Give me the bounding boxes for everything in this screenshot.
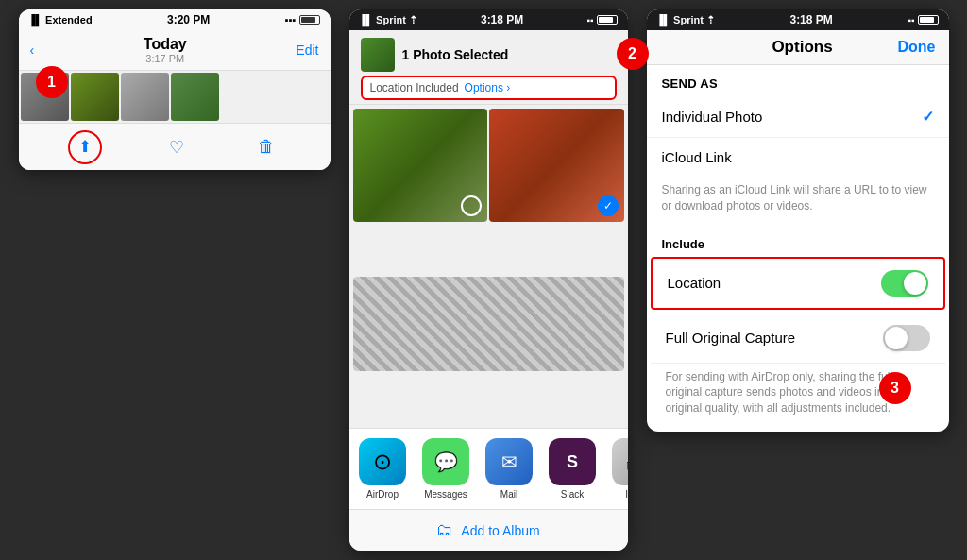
status-left-2: ▐▌ Sprint ⇡ xyxy=(359,14,417,26)
annotation-badge-3: 3 xyxy=(879,372,911,404)
back-button-1[interactable]: ‹ xyxy=(30,42,35,58)
checkmark-individual: ✓ xyxy=(922,108,934,126)
individual-photo-option[interactable]: Individual Photo ✓ xyxy=(647,96,949,138)
icloud-link-text: iCloud Link xyxy=(662,149,732,165)
individual-photo-text: Individual Photo xyxy=(662,109,763,125)
share-app-slack[interactable]: S Slack xyxy=(547,438,599,500)
grid-photo-2[interactable]: ✓ xyxy=(489,109,624,222)
network-label-1: Extended xyxy=(45,14,93,25)
battery-3: ▪▪ xyxy=(908,15,939,25)
more-icon: 📷 xyxy=(612,438,628,485)
signal-icon: ▐▌ xyxy=(28,14,43,25)
location-toggle-label: Location xyxy=(668,275,721,291)
location-included-label: Location Included xyxy=(370,81,459,94)
network-label-3: Sprint xyxy=(673,14,704,25)
share-app-messages[interactable]: 💬 Messages xyxy=(420,438,472,500)
nav-title-1: Today xyxy=(144,36,187,53)
airdrop-icon: ⊙ xyxy=(359,438,406,485)
share-thumbnail xyxy=(361,38,395,72)
add-icon: 🗂 xyxy=(436,520,453,540)
full-original-row[interactable]: Full Original Capture xyxy=(651,314,945,364)
location-toggle-switch[interactable] xyxy=(881,270,928,297)
grid-photo-3[interactable] xyxy=(353,277,624,371)
battery-1: ▪▪▪ xyxy=(285,14,321,25)
time-2: 3:18 PM xyxy=(481,13,523,26)
time-3: 3:18 PM xyxy=(789,13,832,26)
share-app-mail[interactable]: ✉ Mail xyxy=(484,438,535,500)
battery-2: ▪▪ xyxy=(586,15,618,25)
check-circle-2: ✓ xyxy=(598,195,619,216)
icloud-link-option[interactable]: iCloud Link xyxy=(647,138,949,177)
mail-label: Mail xyxy=(500,489,517,500)
wifi-icon-2: ⇡ xyxy=(409,14,417,26)
toggle-knob-off xyxy=(885,327,908,349)
mail-icon: ✉ xyxy=(485,438,533,485)
send-as-label: Send As xyxy=(647,65,949,96)
thumb-2[interactable] xyxy=(71,73,119,121)
wifi-icon-3: ⇡ xyxy=(706,14,715,26)
trash-icon: 🗑 xyxy=(258,137,275,157)
options-title: Options xyxy=(772,38,832,57)
share-app-more[interactable]: 📷 Ins... xyxy=(610,438,628,500)
annotation-badge-1: 1 xyxy=(36,66,68,98)
selected-count-text: 1 Photo Selected xyxy=(402,47,509,62)
send-as-section: Send As Individual Photo ✓ iCloud Link S… xyxy=(647,65,949,226)
battery-icon-3: ▪▪ xyxy=(908,15,914,25)
nav-subtitle-1: 3:17 PM xyxy=(145,53,184,64)
done-button[interactable]: Done xyxy=(898,39,936,56)
bottom-toolbar-1: ⬆ ♡ 🗑 xyxy=(19,123,331,170)
airdrop-label: AirDrop xyxy=(366,489,399,500)
annotation-badge-2: 2 xyxy=(617,38,649,70)
toggle-knob-on xyxy=(904,272,926,295)
share-button[interactable]: ⬆ xyxy=(68,130,102,164)
full-original-toggle[interactable] xyxy=(883,325,930,351)
signal-icon-2: ▐▌ xyxy=(359,14,374,25)
photo-grid[interactable]: ✓ xyxy=(349,105,628,428)
full-original-section: Full Original Capture For sending with A… xyxy=(647,310,949,432)
add-to-album-label: Add to Album xyxy=(461,523,539,538)
time-1: 3:20 PM xyxy=(167,13,210,26)
chevron-left-icon: ‹ xyxy=(30,42,35,58)
thumb-4[interactable] xyxy=(171,73,219,121)
thumb-3[interactable] xyxy=(121,73,169,121)
network-label-2: Sprint xyxy=(376,14,406,25)
share-app-airdrop[interactable]: ⊙ AirDrop xyxy=(357,438,409,500)
slack-label: Slack xyxy=(561,489,584,500)
grid-photo-1[interactable] xyxy=(353,109,488,222)
status-left-3: ▐▌ Sprint ⇡ xyxy=(656,14,715,26)
delete-button[interactable]: 🗑 xyxy=(252,133,280,161)
options-link[interactable]: Options › xyxy=(465,81,511,94)
add-to-album-bar[interactable]: 🗂 Add to Album xyxy=(349,509,628,551)
battery-icon-1: ▪▪▪ xyxy=(285,14,297,25)
battery-fill-1 xyxy=(299,15,320,25)
share-header: 1 Photo Selected Location Included Optio… xyxy=(349,30,628,105)
icloud-description: Sharing as an iCloud Link will share a U… xyxy=(647,177,949,226)
battery-fill-2 xyxy=(597,15,618,25)
include-section: Include Location xyxy=(647,226,949,310)
location-included-row[interactable]: Location Included Options › xyxy=(361,76,617,100)
battery-icon-2: ▪▪ xyxy=(586,15,593,25)
location-toggle-row[interactable]: Location xyxy=(651,257,945,310)
options-nav: Options Done xyxy=(647,30,949,65)
share-apps-row: ⊙ AirDrop 💬 Messages ✉ Mail S Slack xyxy=(349,428,628,509)
favorite-button[interactable]: ♡ xyxy=(162,133,191,161)
empty-circle-1 xyxy=(461,195,482,216)
status-left-1: ▐▌ Extended xyxy=(28,14,93,25)
edit-button[interactable]: Edit xyxy=(296,42,318,58)
share-icon: ⬆ xyxy=(78,137,92,157)
heart-icon: ♡ xyxy=(169,137,184,158)
battery-fill-3 xyxy=(918,15,939,25)
slack-icon: S xyxy=(549,438,596,485)
signal-icon-3: ▐▌ xyxy=(656,14,671,25)
messages-icon: 💬 xyxy=(422,438,469,485)
more-label: Ins... xyxy=(625,489,627,500)
include-label: Include xyxy=(647,226,949,257)
messages-label: Messages xyxy=(424,489,467,500)
full-original-label: Full Original Capture xyxy=(666,330,796,346)
